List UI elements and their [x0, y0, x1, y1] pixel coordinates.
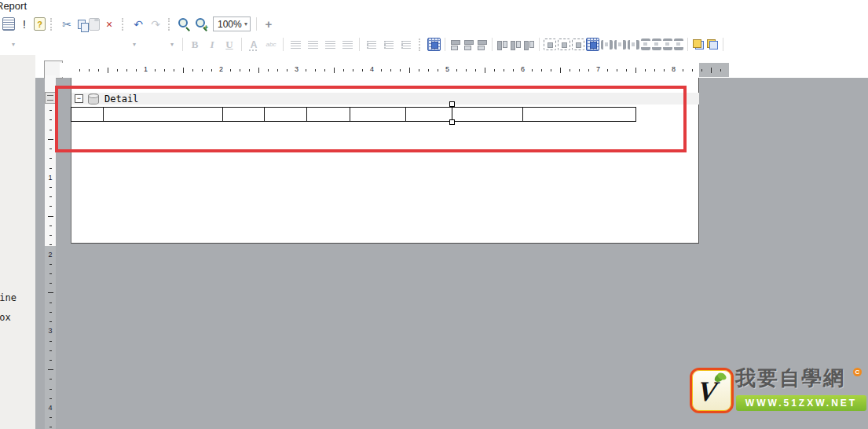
- table-row[interactable]: [71, 107, 636, 122]
- align-middles-icon[interactable]: [510, 39, 522, 50]
- main-toolbar: !?✂×↶↷+100%▾+: [0, 13, 868, 35]
- chevron-down-icon: ▾: [133, 41, 136, 48]
- v-spacing-equal-icon[interactable]: [641, 38, 650, 50]
- chevron-down-icon: ▾: [12, 41, 15, 48]
- leaf-icon: [712, 372, 728, 387]
- table-cell-1[interactable]: [71, 108, 103, 121]
- h-spacing-decrease-icon[interactable]: [628, 40, 639, 50]
- make-same-height-icon[interactable]: [558, 38, 570, 50]
- toolbar-sep: [241, 38, 242, 51]
- toolbar-sep: [687, 38, 688, 51]
- toolbar-grip: [168, 18, 172, 31]
- toolbar-sep: [492, 38, 493, 51]
- style-combo[interactable]: ▾: [4, 37, 18, 52]
- table-cell-divider[interactable]: [405, 107, 406, 122]
- font-size-combo[interactable]: ▾: [144, 37, 177, 52]
- bring-to-front-icon[interactable]: [692, 38, 705, 50]
- bullets-icon[interactable]: [364, 37, 379, 53]
- snap-to-grid-icon[interactable]: [427, 38, 441, 51]
- font-name-combo[interactable]: ▾: [23, 37, 139, 52]
- format-layout-toolbar: ▾▾▾BIUAabc: [0, 35, 868, 54]
- font-color-icon[interactable]: A: [246, 37, 262, 53]
- ruler-number: 7: [594, 65, 602, 73]
- align-center-icon[interactable]: [305, 37, 320, 53]
- align-bottoms-icon[interactable]: [523, 39, 535, 50]
- report-explorer-icon[interactable]: [2, 17, 15, 31]
- undo-icon[interactable]: ↶: [130, 16, 146, 32]
- table-cell-divider[interactable]: [306, 107, 307, 122]
- h-spacing-increase-icon[interactable]: [614, 40, 626, 50]
- ruler-number: 5: [443, 65, 452, 73]
- table-cell-8[interactable]: [452, 108, 522, 121]
- italic-icon[interactable]: I: [204, 37, 220, 53]
- watermark-logo: V 我要自學網 C www.51zxw.net: [687, 363, 868, 420]
- table-cell-divider[interactable]: [103, 107, 104, 122]
- watermark-url: www.51zxw.net: [736, 395, 866, 411]
- make-same-size-icon[interactable]: [572, 38, 584, 50]
- align-rights-icon[interactable]: [476, 39, 488, 50]
- table-cell-divider[interactable]: [522, 107, 523, 122]
- horizontal-ruler-overflow: [699, 63, 729, 77]
- paste-icon[interactable]: [89, 18, 100, 31]
- watermark-title: 我要自學網: [735, 365, 845, 392]
- table-cell-4[interactable]: [264, 108, 306, 121]
- align-justify-icon[interactable]: [339, 37, 355, 53]
- zoom-in-icon[interactable]: +: [194, 16, 210, 32]
- table-cell-5[interactable]: [306, 108, 350, 121]
- table-cell-6[interactable]: [350, 108, 405, 121]
- table-cell-7[interactable]: [405, 108, 452, 121]
- grip-lines-icon: [47, 95, 53, 101]
- table-cell-divider[interactable]: [350, 107, 350, 122]
- table-cell-9[interactable]: [522, 108, 636, 121]
- ruler-number: 4: [45, 404, 56, 412]
- make-same-width-icon[interactable]: [544, 38, 556, 50]
- toolbar-sep: [256, 17, 257, 31]
- v-spacing-decrease-icon[interactable]: [663, 38, 672, 50]
- ruler-number: 4: [368, 65, 376, 73]
- size-to-grid-icon[interactable]: [586, 38, 599, 51]
- bold-icon[interactable]: B: [187, 37, 203, 53]
- chevron-down-icon: ▾: [244, 20, 247, 28]
- detail-band-label: Detail: [104, 94, 138, 104]
- align-centers-icon[interactable]: [463, 39, 474, 50]
- delete-icon[interactable]: ×: [101, 16, 117, 32]
- underline-icon[interactable]: U: [222, 37, 237, 53]
- collapse-section-button[interactable]: −: [75, 94, 83, 103]
- ruler-number: 2: [217, 65, 225, 73]
- table-cell-3[interactable]: [222, 108, 264, 121]
- align-tops-icon[interactable]: [496, 39, 508, 50]
- ruler-number: 2: [45, 251, 56, 258]
- indent-icon[interactable]: [381, 37, 397, 53]
- center-in-section-icon[interactable]: +: [261, 16, 277, 32]
- outdent-icon[interactable]: [398, 37, 414, 53]
- selection-handle-bottom[interactable]: [449, 119, 455, 125]
- table-cell-divider[interactable]: [222, 107, 223, 122]
- table-cell-divider[interactable]: [264, 107, 265, 122]
- cut-icon[interactable]: ✂: [59, 16, 75, 32]
- align-right-icon[interactable]: [322, 37, 338, 53]
- table-cell-2[interactable]: [103, 108, 222, 121]
- toolbox-item-box[interactable]: Box: [0, 312, 11, 324]
- redo-icon[interactable]: ↷: [148, 16, 163, 32]
- zoom-level-combo[interactable]: 100%▾: [213, 16, 251, 31]
- detail-band-header[interactable]: − Detail: [71, 93, 699, 104]
- selection-handle-top[interactable]: [449, 101, 455, 107]
- script-help-icon[interactable]: ?: [34, 17, 46, 31]
- copy-icon[interactable]: [76, 18, 87, 30]
- zoom-out-icon[interactable]: [177, 16, 192, 32]
- section-splitter-grip[interactable]: [45, 92, 56, 104]
- send-to-back-icon[interactable]: [706, 38, 719, 50]
- align-left-icon[interactable]: [288, 37, 303, 53]
- h-spacing-equal-icon[interactable]: [601, 40, 613, 50]
- errors-icon[interactable]: !: [16, 16, 32, 32]
- window-title-bar: Report: [0, 0, 868, 13]
- v-spacing-remove-icon[interactable]: [674, 38, 683, 50]
- highlight-icon[interactable]: abc: [263, 37, 279, 53]
- align-lefts-icon[interactable]: [449, 39, 461, 50]
- toolbox-item-line[interactable]: Line: [0, 292, 16, 305]
- ruler-number: 8: [669, 65, 678, 73]
- v-spacing-increase-icon[interactable]: [652, 38, 661, 50]
- horizontal-ruler: 12345678: [60, 63, 729, 77]
- copyright-badge: C: [853, 368, 862, 376]
- vertical-ruler: 1234: [45, 75, 56, 429]
